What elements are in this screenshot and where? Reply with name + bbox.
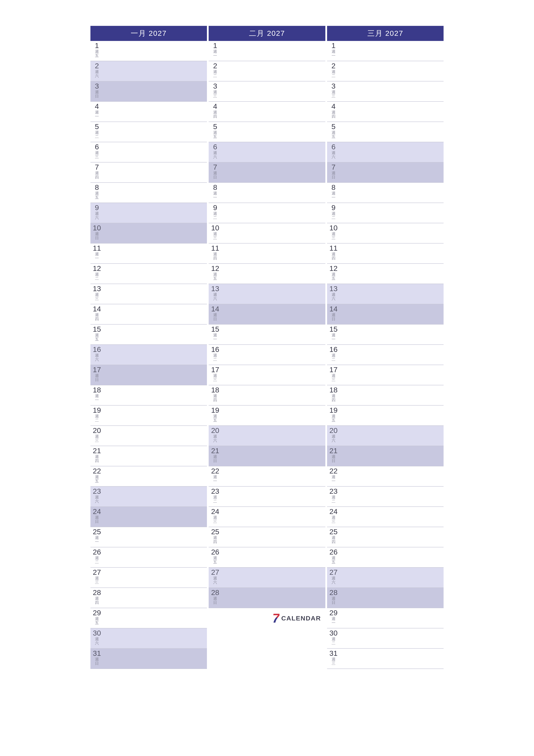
day-weekday: 週四 [332, 110, 336, 119]
day-weekday: 週五 [213, 272, 217, 281]
day-row: 5週二 [90, 122, 207, 142]
day-number: 23 [93, 487, 101, 495]
day-number: 11 [329, 244, 338, 252]
day-row: 27週三 [90, 568, 207, 588]
day-number: 12 [211, 265, 219, 272]
day-weekday: 週日 [95, 516, 99, 524]
day-number: 4 [95, 103, 99, 110]
day-weekday: 週二 [95, 272, 99, 281]
day-label: 5週五 [209, 122, 221, 139]
day-row: 1週五 [90, 41, 207, 61]
day-label: 24週日 [90, 507, 103, 524]
day-label: 4週一 [90, 102, 103, 119]
day-row: 10週三 [327, 223, 444, 244]
day-row: 31週日 [90, 649, 207, 669]
day-row: 13週六 [209, 284, 325, 304]
day-row: 2週二 [209, 61, 325, 81]
day-label: 27週三 [90, 568, 103, 584]
day-weekday: 週日 [332, 313, 336, 321]
day-label: 15週五 [90, 325, 103, 341]
day-weekday: 週四 [332, 394, 336, 402]
day-weekday: 週四 [95, 171, 99, 179]
day-weekday: 週三 [213, 90, 217, 98]
day-row: 19週二 [90, 406, 207, 426]
month-column: 三月 20271週一2週二3週三4週四5週五6週六7週日8週一9週二10週三11… [327, 26, 444, 669]
day-weekday: 週二 [213, 495, 217, 503]
day-label: 18週四 [327, 385, 340, 402]
day-weekday: 週六 [213, 434, 217, 443]
day-number: 9 [95, 204, 99, 211]
day-label: 7週日 [209, 162, 221, 179]
day-label: 21週日 [209, 446, 221, 463]
day-row: 19週五 [209, 406, 325, 426]
day-number: 7 [331, 163, 336, 171]
day-weekday: 週六 [213, 151, 217, 159]
day-label: 31週三 [327, 649, 340, 665]
day-number: 11 [211, 244, 219, 252]
day-number: 1 [213, 42, 217, 49]
day-row: 15週一 [209, 325, 325, 345]
day-label: 12週五 [209, 264, 221, 281]
day-label: 16週二 [209, 345, 221, 362]
day-number: 3 [213, 82, 217, 90]
empty-row [209, 649, 325, 669]
day-weekday: 週一 [213, 50, 217, 58]
day-number: 16 [93, 346, 101, 353]
day-number: 14 [93, 305, 101, 312]
day-number: 4 [213, 103, 217, 110]
day-label: 22週五 [90, 466, 103, 483]
day-label: 19週五 [327, 406, 340, 422]
day-number: 6 [95, 143, 99, 150]
day-label: 20週六 [327, 426, 340, 443]
day-label: 7週日 [327, 162, 340, 179]
day-row: 13週三 [90, 284, 207, 304]
day-number: 28 [329, 589, 338, 596]
day-number: 21 [211, 447, 219, 454]
day-weekday: 週五 [332, 272, 336, 281]
day-label: 2週二 [327, 61, 340, 78]
day-weekday: 週二 [213, 70, 217, 78]
day-weekday: 週四 [213, 394, 217, 402]
day-number: 20 [93, 427, 101, 434]
day-weekday: 週五 [332, 556, 336, 564]
day-label: 21週日 [327, 446, 340, 463]
day-weekday: 週一 [95, 536, 99, 544]
logo-text: CALENDAR [281, 615, 321, 622]
day-number: 19 [329, 406, 338, 414]
day-weekday: 週日 [213, 171, 217, 179]
day-row: 30週六 [90, 629, 207, 649]
day-weekday: 週日 [95, 374, 99, 382]
day-row: 20週三 [90, 426, 207, 446]
day-row: 27週六 [327, 568, 444, 588]
day-weekday: 週六 [332, 151, 336, 159]
day-number: 7 [95, 163, 99, 171]
day-number: 2 [95, 62, 99, 69]
day-label: 6週六 [327, 142, 340, 159]
day-number: 31 [329, 650, 338, 657]
day-row: 20週六 [327, 426, 444, 446]
day-weekday: 週二 [332, 70, 336, 78]
day-row: 17週日 [90, 365, 207, 385]
day-number: 13 [211, 285, 219, 292]
day-number: 19 [93, 406, 101, 414]
day-weekday: 週三 [95, 434, 99, 443]
day-number: 10 [329, 224, 338, 231]
day-row: 17週三 [209, 365, 325, 385]
day-number: 12 [329, 265, 338, 272]
day-label: 30週二 [327, 629, 340, 645]
day-number: 21 [329, 447, 338, 454]
month-column: 一月 20271週五2週六3週日4週一5週二6週三7週四8週五9週六10週日11… [90, 26, 207, 669]
day-weekday: 週一 [95, 394, 99, 402]
day-label: 14週日 [209, 304, 221, 321]
day-row: 27週六 [209, 568, 325, 588]
day-label: 7週四 [90, 162, 103, 179]
empty-row [209, 629, 325, 649]
day-number: 14 [211, 305, 219, 312]
day-number: 28 [93, 589, 101, 596]
day-label: 16週二 [327, 345, 340, 362]
day-label: 27週六 [327, 568, 340, 584]
day-weekday: 週三 [213, 374, 217, 382]
day-row: 6週三 [90, 142, 207, 162]
day-label: 19週二 [90, 406, 103, 422]
day-weekday: 週二 [95, 414, 99, 422]
